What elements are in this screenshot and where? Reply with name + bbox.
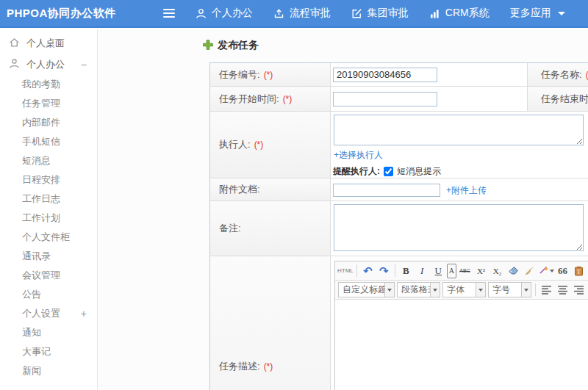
paste-text-icon[interactable]: T <box>571 264 587 278</box>
remark-label: 备注: <box>210 201 331 256</box>
sidebar-item-label: 工作日志 <box>22 192 60 206</box>
sidebar-item-personal-settings[interactable]: 个人设置 + <box>0 304 97 323</box>
sidebar-item-task-management[interactable]: 任务管理 <box>0 94 97 113</box>
bold-button[interactable]: B <box>398 264 414 278</box>
nav-label: 集团审批 <box>368 7 409 20</box>
sidebar-item-notification[interactable]: 通知 <box>0 323 97 342</box>
nav-personal-office[interactable]: 个人办公 <box>196 7 253 20</box>
sidebar-item-short-message[interactable]: 短消息 <box>0 151 97 170</box>
sidebar-item-schedule[interactable]: 日程安排 <box>0 170 97 189</box>
blockquote-button[interactable]: 66 <box>555 264 570 278</box>
task-name-label: 任务名称: (*) <box>528 63 588 86</box>
user-icon <box>9 58 20 71</box>
bar-chart-icon <box>429 8 440 19</box>
start-time-label: 任务开始时间: (*) <box>210 87 331 111</box>
nav-group-approval[interactable]: 集团审批 <box>351 7 409 20</box>
start-time-input[interactable] <box>333 92 437 106</box>
caret-down-icon <box>384 283 394 297</box>
sidebar-item-personal-office[interactable]: 个人办公 − <box>0 54 97 75</box>
sidebar-item-label: 我的考勤 <box>22 78 60 91</box>
form-row-start-time: 任务开始时间: (*) 任务结束时间: (*) <box>210 87 588 112</box>
publish-task-form: 任务编号: (*) 任务名称: (*) 任务开始时间: (*) 任务结束时间: <box>209 62 588 390</box>
brand-logo[interactable]: PHPOA协同办公软件 <box>7 7 116 21</box>
sidebar-item-label: 通知 <box>22 326 41 339</box>
paragraph-format-dropdown[interactable]: 段落格式 <box>397 282 440 297</box>
attachment-input[interactable] <box>333 184 440 197</box>
attachment-label: 附件文档: <box>210 178 331 201</box>
task-number-input[interactable] <box>333 68 437 82</box>
redo-icon[interactable]: ↷ <box>376 264 392 278</box>
nav-more-apps[interactable]: 更多应用 <box>510 7 565 20</box>
collapse-icon[interactable]: − <box>81 59 87 71</box>
sidebar-item-label: 个人文件柜 <box>22 231 70 244</box>
sms-remind-checkbox[interactable] <box>384 167 393 176</box>
select-executor-link[interactable]: +选择执行人 <box>334 149 383 162</box>
undo-icon[interactable]: ↶ <box>360 264 376 278</box>
sidebar-item-label: 内部邮件 <box>22 116 60 129</box>
toolbar-separator <box>395 264 395 277</box>
font-border-button[interactable]: A <box>447 264 456 278</box>
strikethrough-button[interactable]: ABC <box>457 264 473 278</box>
description-label: 任务描述: (*) <box>210 256 331 390</box>
remark-cell <box>331 201 588 256</box>
form-row-description: 任务描述: (*) HTML ↶ ↷ B I U A ABC <box>210 256 588 390</box>
sidebar-item-my-attendance[interactable]: 我的考勤 <box>0 75 97 94</box>
sidebar-item-label: 大事记 <box>22 345 51 358</box>
sidebar-item-contacts[interactable]: 通讯录 <box>0 247 97 266</box>
sidebar-item-work-plan[interactable]: 工作计划 <box>0 209 97 228</box>
sidebar-item-personal-files[interactable]: 个人文件柜 <box>0 228 97 247</box>
sidebar-item-label: 个人设置 <box>22 307 60 320</box>
font-family-dropdown[interactable]: 字体 <box>442 282 486 297</box>
sidebar-item-meeting-management[interactable]: 会议管理 <box>0 266 97 285</box>
sidebar-item-internal-mail[interactable]: 内部邮件 <box>0 113 97 132</box>
sidebar-item-work-log[interactable]: 工作日志 <box>0 189 97 209</box>
align-center-icon[interactable] <box>555 283 570 297</box>
remind-executor-row: 提醒执行人: 短消息提示 <box>333 165 441 178</box>
nav-crm-system[interactable]: CRM系统 <box>429 7 490 20</box>
toolbar-separator <box>535 284 536 296</box>
subscript-button[interactable]: X₂ <box>490 264 505 278</box>
custom-title-dropdown[interactable]: 自定义标题 <box>338 282 395 297</box>
sidebar-item-news[interactable]: 新闻 <box>0 361 97 380</box>
superscript-button[interactable]: X² <box>473 264 489 278</box>
sidebar-item-announcement[interactable]: 公告 <box>0 285 97 304</box>
required-mark: (*) <box>264 361 273 372</box>
sidebar-item-label: 会议管理 <box>22 269 60 282</box>
sidebar-item-label: 任务管理 <box>22 97 60 110</box>
form-row-task-number: 任务编号: (*) 任务名称: (*) <box>210 63 588 87</box>
sidebar-item-memorabilia[interactable]: 大事记 <box>0 342 97 361</box>
underline-button[interactable]: U <box>431 264 446 278</box>
main-content: 发布任务 任务编号: (*) 任务名称: (*) 任务开始时间: (*) <box>98 29 588 390</box>
attachment-upload-link[interactable]: +附件上传 <box>446 184 487 197</box>
sidebar: 个人桌面 个人办公 − 我的考勤 任务管理 内部邮件 手机短信 短消息 日程安排… <box>0 29 98 390</box>
sms-remind-label: 短消息提示 <box>397 165 441 178</box>
sidebar-item-mobile-sms[interactable]: 手机短信 <box>0 132 97 151</box>
sidebar-item-label: 日程安排 <box>22 173 60 187</box>
format-brush-icon[interactable] <box>522 264 537 278</box>
edit-square-icon <box>351 8 362 19</box>
user-icon <box>196 8 207 19</box>
font-size-dropdown[interactable]: 字号 <box>488 282 531 297</box>
nav-workflow-approval[interactable]: 流程审批 <box>273 7 331 20</box>
italic-button[interactable]: I <box>415 264 430 278</box>
hamburger-menu-icon[interactable] <box>163 9 175 18</box>
end-time-label: 任务结束时间: (*) <box>528 87 588 111</box>
topbar-nav: 个人办公 流程审批 集团审批 CRM系统 更多应用 <box>196 7 565 20</box>
remind-executor-label: 提醒执行人: <box>333 165 380 178</box>
svg-text:T: T <box>577 269 581 275</box>
remark-textarea[interactable] <box>334 204 584 251</box>
caret-down-icon <box>476 283 485 297</box>
eraser-icon[interactable] <box>506 264 521 278</box>
executor-textarea[interactable] <box>334 115 584 145</box>
sidebar-item-personal-desktop[interactable]: 个人桌面 <box>0 32 97 54</box>
expand-icon[interactable]: + <box>81 308 87 319</box>
caret-down-icon <box>521 283 531 297</box>
html-source-button[interactable]: HTML <box>337 264 354 278</box>
editor-content-area[interactable] <box>335 300 588 390</box>
editor-toolbar-row2: 自定义标题 段落格式 字体 字号 <box>335 281 588 300</box>
align-right-icon[interactable] <box>571 283 587 297</box>
toolbar-separator <box>356 264 357 277</box>
align-left-icon[interactable] <box>539 283 554 297</box>
caret-down-icon <box>550 270 554 272</box>
auto-typeset-icon[interactable] <box>538 264 554 278</box>
